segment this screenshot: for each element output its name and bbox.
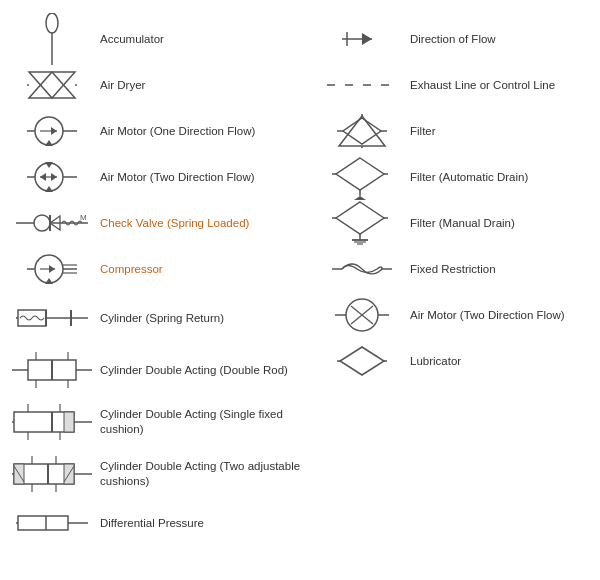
svg-marker-82	[343, 118, 381, 144]
svg-rect-51	[64, 412, 74, 432]
svg-marker-85	[336, 158, 384, 190]
list-item: M Check Valve (Spring Loaded)	[12, 200, 302, 246]
svg-marker-17	[40, 173, 46, 181]
filter-manual-label: Filter (Manual Drain)	[410, 216, 600, 231]
compressor-symbol	[12, 249, 92, 289]
compressor-label: Compressor	[100, 262, 302, 277]
air-dryer-symbol	[12, 65, 92, 105]
exhaust-line-label: Exhaust Line or Control Line	[410, 78, 600, 93]
air-motor-two-label: Air Motor (Two Direction Flow)	[100, 170, 302, 185]
filter-symbol	[322, 111, 402, 151]
filter-manual-symbol	[322, 203, 402, 243]
air-motor-two-symbol	[12, 157, 92, 197]
svg-marker-11	[45, 140, 53, 146]
svg-marker-90	[336, 202, 384, 234]
list-item: Cylinder (Spring Return)	[12, 292, 302, 344]
list-item: Lubricator	[322, 338, 600, 384]
left-column: Accumulator Air Dryer	[12, 16, 312, 564]
differential-symbol	[12, 503, 92, 543]
lubricator-label: Lubricator	[410, 354, 600, 369]
list-item: Cylinder Double Acting (Single fixed cus…	[12, 396, 302, 448]
air-dryer-label: Air Dryer	[100, 78, 302, 93]
svg-point-21	[34, 215, 50, 231]
svg-marker-19	[45, 186, 53, 192]
list-item: Air Motor (One Direction Flow)	[12, 108, 302, 154]
air-motor-one-label: Air Motor (One Direction Flow)	[100, 124, 302, 139]
accumulator-label: Accumulator	[100, 32, 302, 47]
svg-marker-10	[51, 127, 57, 135]
list-item: Filter (Manual Drain)	[322, 200, 600, 246]
cylinder-double-rod-label: Cylinder Double Acting (Double Rod)	[100, 363, 302, 378]
fixed-restriction-label: Fixed Restriction	[410, 262, 600, 277]
cylinder-double-single-symbol	[12, 402, 92, 442]
filter-label: Filter	[410, 124, 600, 139]
cylinder-spring-label: Cylinder (Spring Return)	[100, 311, 302, 326]
list-item: Accumulator	[12, 16, 302, 62]
list-item: Differential Pressure	[12, 500, 302, 546]
list-item: Cylinder Double Acting (Double Rod)	[12, 344, 302, 396]
air-motor-one-symbol	[12, 111, 92, 151]
right-column: Direction of Flow Exhaust Line or Contro…	[312, 16, 600, 564]
svg-marker-79	[339, 116, 385, 146]
svg-text:M: M	[80, 213, 87, 222]
air-motor-two-right-label: Air Motor (Two Direction Flow)	[410, 308, 600, 323]
list-item: Fixed Restriction	[322, 246, 600, 292]
cylinder-double-single-label: Cylinder Double Acting (Single fixed cus…	[100, 407, 302, 437]
main-page: Accumulator Air Dryer	[0, 0, 600, 580]
list-item: Compressor	[12, 246, 302, 292]
list-item: Air Motor (Two Direction Flow)	[12, 154, 302, 200]
list-item: Filter (Automatic Drain)	[322, 154, 600, 200]
svg-marker-30	[45, 278, 53, 284]
list-item: Direction of Flow	[322, 16, 600, 62]
svg-marker-16	[51, 173, 57, 181]
svg-rect-68	[18, 516, 68, 530]
svg-marker-104	[340, 347, 384, 375]
list-item: Air Dryer	[12, 62, 302, 108]
check-valve-label: Check Valve (Spring Loaded)	[100, 216, 302, 231]
list-item: Cylinder Double Acting (Two adjustable c…	[12, 448, 302, 500]
cylinder-double-two-symbol	[12, 454, 92, 494]
svg-point-0	[46, 13, 58, 33]
accumulator-symbol	[12, 19, 92, 59]
svg-marker-2	[29, 72, 75, 98]
cylinder-double-two-label: Cylinder Double Acting (Two adjustable c…	[100, 459, 302, 489]
svg-marker-29	[49, 265, 55, 273]
list-item: Air Motor (Two Direction Flow)	[322, 292, 600, 338]
direction-flow-symbol	[322, 19, 402, 59]
check-valve-symbol: M	[12, 203, 92, 243]
svg-marker-73	[362, 33, 372, 45]
air-motor-two-right-symbol	[322, 295, 402, 335]
list-item: Exhaust Line or Control Line	[322, 62, 600, 108]
list-item: Filter	[322, 108, 600, 154]
cylinder-double-rod-symbol	[12, 350, 92, 390]
fixed-restriction-symbol	[322, 249, 402, 289]
cylinder-spring-symbol	[12, 298, 92, 338]
svg-marker-18	[45, 162, 53, 168]
lubricator-symbol	[322, 341, 402, 381]
svg-marker-3	[29, 72, 75, 98]
filter-auto-symbol	[322, 157, 402, 197]
exhaust-line-symbol	[322, 65, 402, 105]
filter-auto-label: Filter (Automatic Drain)	[410, 170, 600, 185]
direction-flow-label: Direction of Flow	[410, 32, 600, 47]
differential-label: Differential Pressure	[100, 516, 302, 531]
